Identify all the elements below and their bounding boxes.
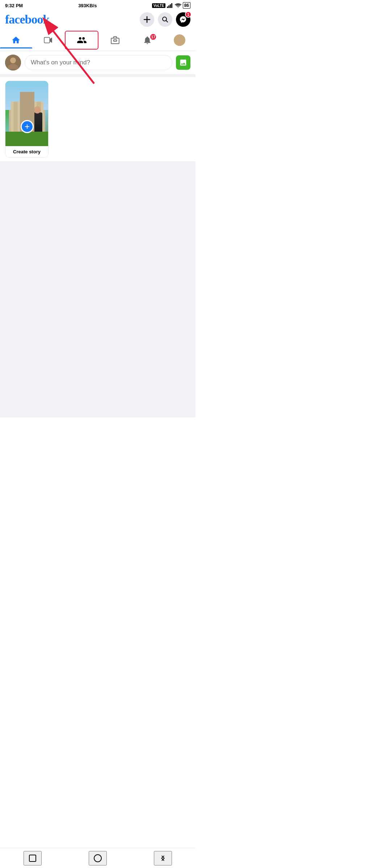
plus-icon <box>143 16 151 23</box>
content-area <box>0 164 196 417</box>
messenger-button[interactable]: 1 <box>176 12 190 27</box>
wifi-icon <box>175 3 181 8</box>
photo-video-icon <box>179 59 187 67</box>
app-header: facebook 1 <box>0 10 196 30</box>
tab-notifications[interactable]: 17 <box>131 32 164 48</box>
svg-rect-3 <box>171 3 172 8</box>
tab-friends[interactable] <box>65 31 98 50</box>
notifications-badge: 17 <box>150 33 157 41</box>
svg-rect-1 <box>168 5 169 8</box>
header-actions: 1 <box>140 12 190 27</box>
svg-rect-6 <box>112 38 119 44</box>
status-time: 9:32 PM <box>5 3 23 8</box>
post-input-area: What's on your mind? <box>0 51 196 77</box>
create-story-label: Create story <box>5 146 48 157</box>
nav-tabs: 17 <box>0 30 196 51</box>
network-speed: 393KB/s <box>78 3 97 8</box>
profile-avatar <box>174 34 185 46</box>
user-avatar <box>5 55 21 71</box>
svg-rect-2 <box>170 4 171 8</box>
avatar-image <box>5 55 21 71</box>
signal-icon <box>167 3 173 8</box>
video-icon <box>43 35 53 45</box>
add-button[interactable] <box>140 12 154 27</box>
search-icon <box>161 16 169 23</box>
post-placeholder: What's on your mind? <box>31 59 90 66</box>
tab-home[interactable] <box>0 32 32 48</box>
svg-point-12 <box>10 58 16 63</box>
tab-video[interactable] <box>32 32 64 48</box>
tab-marketplace[interactable] <box>99 32 131 48</box>
person-icon <box>176 37 183 44</box>
create-story-plus: + <box>21 120 34 133</box>
svg-rect-5 <box>44 37 50 43</box>
svg-rect-0 <box>167 7 168 8</box>
home-icon <box>11 35 21 45</box>
status-bar: 9:32 PM 393KB/s VoLTE 86 <box>0 0 196 10</box>
marketplace-icon <box>110 35 120 45</box>
facebook-logo: facebook <box>5 13 49 26</box>
friends-icon <box>77 35 87 45</box>
search-button[interactable] <box>158 12 172 27</box>
stories-section: + Create story <box>0 77 196 164</box>
status-icons: VoLTE 86 <box>152 2 190 9</box>
messenger-badge: 1 <box>185 11 192 18</box>
post-input-box[interactable]: What's on your mind? <box>25 55 172 70</box>
create-story-card[interactable]: + Create story <box>5 81 49 158</box>
battery-icon: 86 <box>183 2 190 9</box>
story-image: + <box>5 81 49 146</box>
tab-profile[interactable] <box>163 31 196 50</box>
svg-point-8 <box>178 38 181 40</box>
volte-icon: VoLTE <box>152 3 165 8</box>
svg-rect-7 <box>114 40 117 41</box>
live-button[interactable] <box>176 55 190 70</box>
